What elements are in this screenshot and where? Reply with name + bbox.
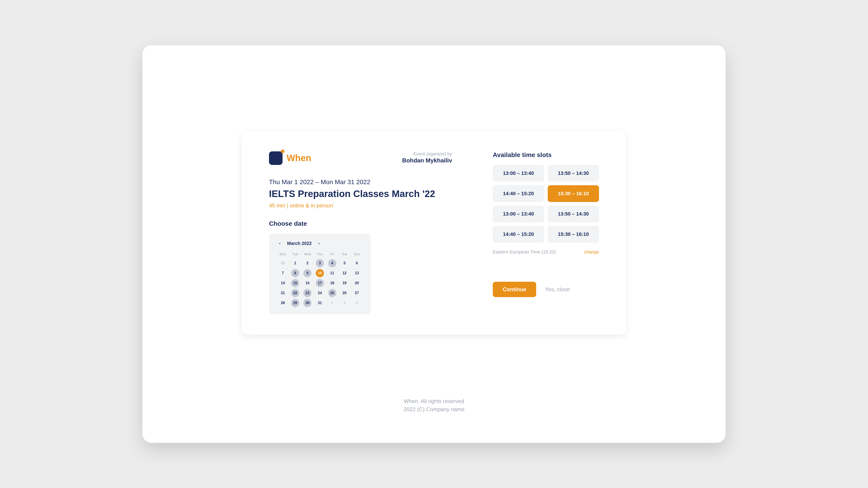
calendar-day[interactable]: 24 bbox=[316, 289, 324, 297]
logo-mark-icon bbox=[269, 151, 283, 165]
calendar-day[interactable]: 22 bbox=[291, 289, 299, 297]
calendar-dayofweek: Sat bbox=[339, 251, 350, 257]
calendar-dayofweek: Sun bbox=[351, 251, 363, 257]
booking-card: When Event organized by Bohdan Mykhailiv… bbox=[242, 131, 626, 335]
calendar-day[interactable]: 5 bbox=[340, 259, 348, 267]
time-slot-button[interactable]: 13:00 – 13:40 bbox=[493, 165, 544, 182]
calendar-dayofweek: Thu bbox=[314, 251, 326, 257]
event-date-range: Thu Mar 1 2022 – Mon Mar 31 2022 bbox=[269, 178, 452, 186]
calendar-grid: MonTueWedThuFriSatSun2812345678910111213… bbox=[277, 251, 363, 307]
calendar-day: 28 bbox=[279, 259, 287, 267]
calendar-day[interactable]: 29 bbox=[291, 299, 299, 307]
calendar-day[interactable]: 23 bbox=[303, 289, 311, 297]
calendar-day[interactable]: 16 bbox=[303, 279, 311, 287]
choose-date-label: Choose date bbox=[269, 220, 452, 227]
slots-grid: 13:00 – 13:4013:50 – 14:3014:40 – 15:201… bbox=[493, 165, 599, 242]
continue-button[interactable]: Continue bbox=[493, 282, 536, 297]
calendar-day[interactable]: 7 bbox=[279, 269, 287, 277]
footer-line-1: When. All rights reserved bbox=[403, 397, 464, 405]
calendar-day[interactable]: 17 bbox=[316, 279, 324, 287]
time-slot-button[interactable]: 15:30 – 16:10 bbox=[548, 226, 599, 242]
calendar-day[interactable]: 2 bbox=[303, 259, 311, 267]
calendar-day[interactable]: 31 bbox=[316, 299, 324, 307]
calendar-day[interactable]: 27 bbox=[353, 289, 361, 297]
calendar-month-label: March 2022 bbox=[287, 241, 312, 246]
event-title: IELTS Preparation Classes March '22 bbox=[269, 188, 452, 199]
calendar-day: 2 bbox=[340, 299, 348, 307]
calendar-dayofweek: Fri bbox=[327, 251, 338, 257]
calendar-day[interactable]: 26 bbox=[340, 289, 348, 297]
calendar-day[interactable]: 4 bbox=[328, 259, 336, 267]
calendar-day[interactable]: 19 bbox=[340, 279, 348, 287]
calendar-day[interactable]: 14 bbox=[279, 279, 287, 287]
brand-name: When bbox=[287, 153, 311, 163]
timezone-text: Eastern European Time (15:20) bbox=[493, 250, 556, 255]
calendar-day[interactable]: 9 bbox=[303, 269, 311, 277]
calendar-day: 1 bbox=[328, 299, 336, 307]
calendar-day[interactable]: 20 bbox=[353, 279, 361, 287]
calendar-day[interactable]: 12 bbox=[340, 269, 348, 277]
organizer-name: Bohdan Mykhailiv bbox=[402, 157, 452, 164]
chevron-left-icon bbox=[278, 242, 281, 245]
calendar-day[interactable]: 11 bbox=[328, 269, 336, 277]
slots-label: Available time slots bbox=[493, 151, 599, 159]
timezone-row: Eastern European Time (15:20) change bbox=[493, 250, 599, 255]
calendar-prev-button[interactable] bbox=[277, 241, 283, 246]
time-slot-button[interactable]: 14:40 – 15:20 bbox=[493, 185, 544, 202]
close-button[interactable]: Yes, close bbox=[545, 286, 570, 293]
calendar-day[interactable]: 25 bbox=[328, 289, 336, 297]
calendar-day[interactable]: 30 bbox=[303, 299, 311, 307]
calendar-next-button[interactable] bbox=[316, 241, 322, 246]
page-frame: When Event organized by Bohdan Mykhailiv… bbox=[143, 45, 725, 443]
organizer-label: Event organized by bbox=[402, 151, 452, 157]
left-column: When Event organized by Bohdan Mykhailiv… bbox=[269, 151, 452, 314]
right-column: Available time slots 13:00 – 13:4013:50 … bbox=[493, 151, 599, 314]
calendar-day[interactable]: 1 bbox=[291, 259, 299, 267]
calendar-day: 3 bbox=[353, 299, 361, 307]
calendar: March 2022 MonTueWedThuFriSatSun28123456… bbox=[269, 234, 371, 314]
timezone-change-link[interactable]: change bbox=[584, 250, 599, 255]
footer: When. All rights reserved 2022 (C) Compa… bbox=[403, 397, 464, 414]
time-slot-button[interactable]: 14:40 – 15:20 bbox=[493, 226, 544, 242]
chevron-right-icon bbox=[317, 242, 320, 245]
calendar-dayofweek: Mon bbox=[277, 251, 289, 257]
calendar-day[interactable]: 8 bbox=[291, 269, 299, 277]
calendar-header: March 2022 bbox=[277, 241, 363, 246]
calendar-dayofweek: Tue bbox=[289, 251, 301, 257]
calendar-day[interactable]: 3 bbox=[316, 259, 324, 267]
time-slot-button[interactable]: 13:50 – 14:30 bbox=[548, 205, 599, 222]
calendar-day[interactable]: 15 bbox=[291, 279, 299, 287]
calendar-day[interactable]: 13 bbox=[353, 269, 361, 277]
actions-row: Continue Yes, close bbox=[493, 282, 599, 297]
footer-line-2: 2022 (C) Company name bbox=[403, 405, 464, 414]
calendar-day[interactable]: 10 bbox=[316, 269, 324, 277]
calendar-day[interactable]: 6 bbox=[353, 259, 361, 267]
time-slot-button[interactable]: 13:50 – 14:30 bbox=[548, 165, 599, 182]
header-row: When Event organized by Bohdan Mykhailiv bbox=[269, 151, 452, 165]
time-slot-button[interactable]: 13:00 – 13:40 bbox=[493, 205, 544, 222]
event-meta: 45 min | online & in person bbox=[269, 202, 452, 209]
brand-logo: When bbox=[269, 151, 311, 165]
calendar-day[interactable]: 21 bbox=[279, 289, 287, 297]
calendar-day[interactable]: 28 bbox=[279, 299, 287, 307]
time-slot-button[interactable]: 15:30 – 16:10 bbox=[548, 185, 599, 202]
calendar-day[interactable]: 18 bbox=[328, 279, 336, 287]
calendar-dayofweek: Wed bbox=[302, 251, 313, 257]
organizer-block: Event organized by Bohdan Mykhailiv bbox=[402, 151, 452, 164]
